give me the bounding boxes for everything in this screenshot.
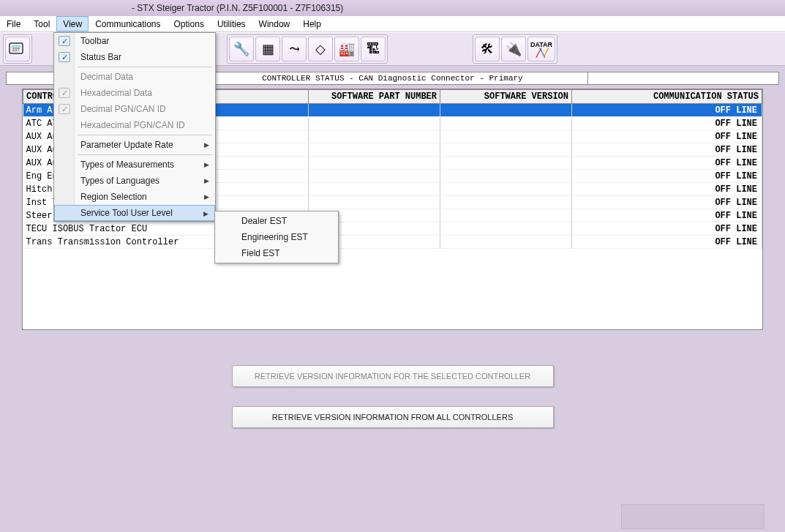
chart-lines-icon: ╱╲╱: [536, 48, 547, 58]
menu-options[interactable]: Options: [168, 16, 211, 31]
cell-version: [440, 157, 572, 170]
cell-status: OFF LINE: [572, 209, 762, 222]
menu-item-decimal-data: Decimal Data: [54, 69, 215, 85]
menu-separator: [78, 135, 212, 135]
cell-part-number: [309, 170, 440, 183]
submenu-arrow-icon: ▶: [204, 193, 209, 201]
menu-item-status-bar[interactable]: ✓Status Bar: [54, 49, 215, 65]
cell-version: [440, 117, 572, 130]
cell-part-number: [309, 183, 440, 196]
connector-icon[interactable]: 🔌: [501, 37, 526, 61]
submenu-item-label: Dealer EST: [241, 216, 287, 226]
submenu-item-dealer-est[interactable]: Dealer EST: [215, 213, 338, 229]
menu-item-parameter-update-rate[interactable]: Parameter Update Rate▶: [54, 137, 215, 153]
diagnostic-icon[interactable]: 🔧: [229, 37, 254, 61]
cell-version: [440, 130, 572, 143]
window-title: - STX Steiger Tractor (P.I.N. Z5F100001 …: [132, 3, 343, 13]
cell-version: [440, 143, 572, 157]
cell-part-number: [309, 196, 440, 209]
menu-separator: [78, 67, 212, 67]
menu-item-decimal-pgn-can-id: ✓Decimal PGN/CAN ID: [54, 101, 215, 117]
submenu-arrow-icon: ▶: [203, 210, 209, 217]
submenu-item-label: Field EST: [241, 248, 280, 258]
menu-separator: [78, 154, 212, 155]
tools-icon[interactable]: 🛠: [475, 37, 500, 61]
menu-item-label: Region Selection: [80, 192, 147, 202]
menu-item-label: Hexadecimal PGN/CAN ID: [80, 120, 185, 130]
title-bar: - STX Steiger Tractor (P.I.N. Z5F100001 …: [0, 0, 785, 16]
sensor1-icon[interactable]: 🏭: [334, 37, 359, 61]
cell-part-number: [309, 117, 440, 130]
cell-version: [440, 170, 572, 183]
menu-item-region-selection[interactable]: Region Selection▶: [54, 189, 215, 205]
col-comm-status[interactable]: COMMUNICATION STATUS: [572, 90, 762, 104]
menu-window[interactable]: Window: [252, 16, 297, 31]
controller-status-text: CONTROLLER STATUS - CAN Diagnostic Conne…: [262, 74, 522, 83]
submenu-item-label: Engineering EST: [241, 232, 308, 242]
check-icon: ✓: [59, 52, 70, 62]
menu-item-label: Status Bar: [80, 52, 121, 62]
retrieve-selected-button[interactable]: RETRIEVE VERSION INFORMATION FOR THE SEL…: [232, 365, 554, 387]
submenu-arrow-icon: ▶: [204, 177, 209, 184]
diamond-icon[interactable]: ◇: [308, 37, 333, 61]
cell-version: [440, 209, 572, 222]
status-block: [621, 504, 765, 529]
menu-item-toolbar[interactable]: ✓Toolbar: [54, 33, 215, 49]
table-row[interactable]: TECU ISOBUS Tractor ECUOFF LINE: [23, 222, 762, 236]
est-device-icon[interactable]: EST: [5, 37, 30, 61]
col-part-number[interactable]: SOFTWARE PART NUMBER: [309, 90, 440, 104]
menu-item-types-of-languages[interactable]: Types of Languages▶: [54, 173, 215, 189]
user-level-submenu: Dealer ESTEngineering ESTField EST: [214, 211, 339, 263]
menu-item-hexadecimal-pgn-can-id: Hexadecimal PGN/CAN ID: [54, 117, 215, 133]
menu-item-label: Decimal PGN/CAN ID: [80, 104, 166, 114]
cell-version: [440, 236, 572, 249]
cell-status: OFF LINE: [572, 117, 762, 130]
cell-version: [440, 196, 572, 209]
cell-version: [440, 222, 572, 236]
sensor2-icon[interactable]: 🏗: [361, 37, 386, 61]
program-icon[interactable]: ⤳: [282, 37, 307, 61]
menu-item-service-tool-user-level[interactable]: Service Tool User Level▶: [54, 205, 215, 221]
menu-utilities[interactable]: Utilities: [211, 16, 252, 31]
menu-item-label: Decimal Data: [80, 72, 133, 82]
cell-part-number: [309, 143, 440, 157]
cell-version: [440, 183, 572, 196]
menu-item-types-of-measurements[interactable]: Types of Measurements▶: [54, 157, 215, 173]
menu-item-label: Service Tool User Level: [80, 208, 173, 218]
cell-part-number: [309, 157, 440, 170]
datar-button[interactable]: DATAR ╱╲╱: [527, 37, 555, 61]
grid-icon[interactable]: ▦: [255, 37, 280, 61]
cell-status: OFF LINE: [572, 130, 762, 143]
menu-item-label: Types of Measurements: [80, 160, 174, 170]
cell-version: [440, 104, 572, 117]
cell-status: OFF LINE: [572, 236, 762, 249]
cell-status: OFF LINE: [572, 104, 762, 117]
col-version[interactable]: SOFTWARE VERSION: [440, 90, 572, 104]
cell-part-number: [309, 130, 440, 143]
cell-status: OFF LINE: [572, 143, 762, 157]
menu-help[interactable]: Help: [296, 16, 328, 31]
submenu-arrow-icon: ▶: [204, 141, 209, 149]
menu-view[interactable]: View: [56, 16, 89, 31]
cell-status: OFF LINE: [572, 157, 762, 170]
cell-status: OFF LINE: [572, 183, 762, 196]
cell-status: OFF LINE: [572, 170, 762, 183]
menu-file[interactable]: File: [0, 16, 27, 31]
view-dropdown: ✓Toolbar✓Status BarDecimal Data✓Hexadeci…: [53, 32, 216, 222]
menu-tool[interactable]: Tool: [27, 16, 56, 31]
cell-part-number: [309, 104, 440, 117]
menu-item-hexadecimal-data: ✓Hexadecimal Data: [54, 85, 215, 101]
check-icon: ✓: [59, 88, 70, 98]
menu-communications[interactable]: Communications: [89, 16, 167, 31]
table-row[interactable]: Trans Transmission ControllerOFF LINE: [23, 236, 762, 249]
svg-text:EST: EST: [12, 48, 20, 52]
menu-item-label: Hexadecimal Data: [80, 88, 152, 98]
retrieve-all-button[interactable]: RETRIEVE VERSION INFORMATION FROM ALL CO…: [232, 406, 554, 428]
check-icon: ✓: [59, 104, 70, 114]
check-icon: ✓: [59, 36, 70, 46]
submenu-arrow-icon: ▶: [204, 161, 209, 168]
menu-bar: File Tool View Communications Options Ut…: [0, 16, 785, 32]
menu-item-label: Types of Languages: [80, 176, 159, 186]
submenu-item-field-est[interactable]: Field EST: [215, 245, 338, 261]
submenu-item-engineering-est[interactable]: Engineering EST: [215, 229, 338, 245]
